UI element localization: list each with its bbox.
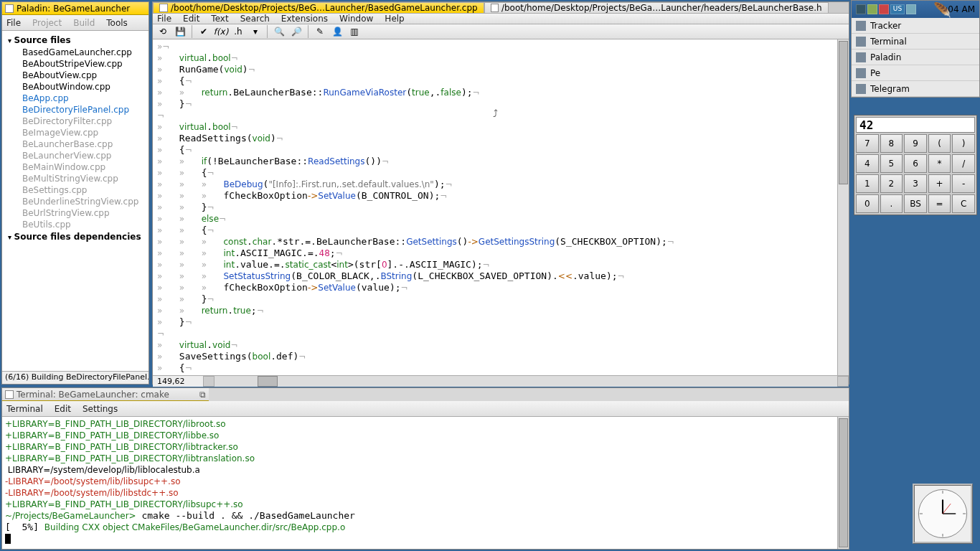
terminal-title: Terminal: BeGameLauncher: cmake <box>17 390 169 400</box>
editor-tab[interactable]: /boot/home/Desktop/Projects/BeG…Launcher… <box>153 2 484 13</box>
deskbar-tray[interactable]: US 9:04 AM <box>852 1 979 18</box>
file-item[interactable]: BeSettings.cpp <box>2 184 149 196</box>
calc-key-+[interactable]: + <box>928 174 951 193</box>
find-icon[interactable]: 🔍 <box>272 24 286 39</box>
tray-icon[interactable] <box>867 4 877 14</box>
close-icon[interactable] <box>5 4 14 13</box>
file-item[interactable]: BeAboutStripeView.cpp <box>2 58 149 70</box>
app-label: Pe <box>870 68 880 78</box>
back-icon[interactable]: ⟲ <box>156 24 170 39</box>
menu-search[interactable]: Search <box>240 14 270 24</box>
calc-key-8[interactable]: 8 <box>880 134 903 153</box>
menu-extensions[interactable]: Extensions <box>281 14 328 24</box>
calc-key--[interactable]: - <box>952 174 975 193</box>
editor-tab[interactable]: /boot/home/Desktop/Projects/BeGa…Launche… <box>484 2 829 13</box>
file-item[interactable]: BeDirectoryFilter.cpp <box>2 116 149 127</box>
find-next-icon[interactable]: 🔎 <box>289 24 303 39</box>
file-item[interactable]: BeLauncherView.cpp <box>2 150 149 161</box>
tray-keyboard-icon[interactable]: US <box>890 4 905 14</box>
file-item[interactable]: BeApp.cpp <box>2 93 149 104</box>
columns-icon[interactable]: ▥ <box>347 24 362 39</box>
hscrollbar[interactable] <box>203 375 849 387</box>
menu-edit[interactable]: Edit <box>183 14 199 24</box>
deskbar-app[interactable]: Telegram <box>852 81 979 97</box>
calc-key-.[interactable]: . <box>880 194 903 213</box>
calc-key-1[interactable]: 1 <box>856 174 879 193</box>
tray-icon[interactable] <box>906 4 916 14</box>
menu-terminal[interactable]: Terminal <box>6 404 43 414</box>
file-item[interactable]: BasedGameLauncher.cpp <box>2 47 149 58</box>
calc-key-BS[interactable]: BS <box>904 194 927 213</box>
calc-key-([interactable]: ( <box>928 134 951 153</box>
menu-project[interactable]: Project <box>32 18 62 28</box>
calc-key-C[interactable]: C <box>952 194 975 213</box>
deskbar-app[interactable]: Terminal <box>852 34 979 50</box>
calc-key-7[interactable]: 7 <box>856 134 879 153</box>
file-item[interactable]: BeAboutView.cpp <box>2 70 149 81</box>
clock-replicant[interactable] <box>913 484 973 544</box>
menu-tools[interactable]: Tools <box>106 18 128 28</box>
tree-section-source[interactable]: Source files <box>2 34 149 47</box>
file-item[interactable]: BeMainWindow.cpp <box>2 161 149 173</box>
deskbar-app[interactable]: Tracker <box>852 18 979 34</box>
file-item[interactable]: BeUnderlineStringView.cpp <box>2 196 149 207</box>
code-area[interactable]: »¬ » virtual.bool¬ » RunGame(void)¬ » {¬… <box>153 39 849 375</box>
terminal-titlebar[interactable]: Terminal: BeGameLauncher: cmake ⧉ <box>2 388 209 401</box>
expand-icon[interactable]: ⧉ <box>199 390 206 400</box>
calc-key-2[interactable]: 2 <box>880 174 903 193</box>
calc-key-9[interactable]: 9 <box>904 134 927 153</box>
menu-text[interactable]: Text <box>211 14 228 24</box>
file-item[interactable]: BeUtils.cpp <box>2 219 149 230</box>
file-tree[interactable]: Source files BasedGameLauncher.cppBeAbou… <box>2 31 149 371</box>
calc-key-)[interactable]: ) <box>952 134 975 153</box>
leaf-menu-icon[interactable]: 🪶 <box>933 1 951 19</box>
deskbar-app[interactable]: Pe <box>852 65 979 81</box>
menu-build[interactable]: Build <box>73 18 95 28</box>
terminal-menubar: TerminalEditSettings <box>2 401 849 417</box>
menu-window[interactable]: Window <box>339 14 373 24</box>
tree-section-deps[interactable]: Source files dependencies <box>2 230 149 243</box>
edit-icon[interactable]: ✎ <box>313 24 327 39</box>
vscrollbar[interactable] <box>837 39 849 375</box>
paladin-titlebar[interactable]: Paladin: BeGameLauncher <box>2 2 149 15</box>
calc-key-0[interactable]: 0 <box>856 194 879 213</box>
dropdown-icon[interactable]: ▾ <box>248 24 263 39</box>
file-item[interactable]: BeLauncherBase.cpp <box>2 138 149 150</box>
function-icon[interactable]: f(x) <box>214 24 228 39</box>
file-item[interactable]: BeAboutWindow.cpp <box>2 81 149 93</box>
menu-edit[interactable]: Edit <box>55 404 71 414</box>
file-item[interactable]: BeMultiStringView.cpp <box>2 173 149 184</box>
calc-key-5[interactable]: 5 <box>880 154 903 173</box>
calc-key-6[interactable]: 6 <box>904 154 927 173</box>
file-item[interactable]: BeDirectoryFilePanel.cpp <box>2 104 149 116</box>
terminal-output[interactable]: +LIBRARY=B_FIND_PATH_LIB_DIRECTORY/libro… <box>2 417 849 549</box>
file-item[interactable]: BeImageView.cpp <box>2 127 149 138</box>
file-item[interactable]: BeUrlStringView.cpp <box>2 207 149 219</box>
header-icon[interactable]: .h <box>231 24 245 39</box>
app-icon <box>856 37 866 47</box>
menu-settings[interactable]: Settings <box>83 404 118 414</box>
close-icon[interactable] <box>5 390 14 399</box>
calc-key-/[interactable]: / <box>952 154 975 173</box>
calc-key-=[interactable]: = <box>928 194 951 213</box>
scroll-right-icon[interactable] <box>837 376 849 387</box>
terminal-window: Terminal: BeGameLauncher: cmake ⧉ Termin… <box>1 387 849 550</box>
check-icon[interactable]: ✔ <box>197 24 211 39</box>
menu-help[interactable]: Help <box>385 14 404 24</box>
menu-file[interactable]: File <box>157 14 171 24</box>
editor-window: /boot/home/Desktop/Projects/BeG…Launcher… <box>152 1 849 385</box>
tab-label: /boot/home/Desktop/Projects/BeGa…Launche… <box>501 3 822 13</box>
calc-key-3[interactable]: 3 <box>904 174 927 193</box>
tray-icon[interactable] <box>879 4 889 14</box>
calc-key-*[interactable]: * <box>928 154 951 173</box>
deskbar-app[interactable]: Paladin <box>852 50 979 65</box>
save-icon[interactable]: 💾 <box>173 24 187 39</box>
tray-icon[interactable] <box>856 4 866 14</box>
user-icon[interactable]: 👤 <box>330 24 344 39</box>
calc-display[interactable]: 42 <box>856 117 975 133</box>
calc-key-4[interactable]: 4 <box>856 154 879 173</box>
paladin-menubar: File Project Build Tools <box>2 15 149 31</box>
vscrollbar[interactable] <box>837 417 849 549</box>
scroll-left-icon[interactable] <box>203 376 215 387</box>
menu-file[interactable]: File <box>6 18 21 28</box>
